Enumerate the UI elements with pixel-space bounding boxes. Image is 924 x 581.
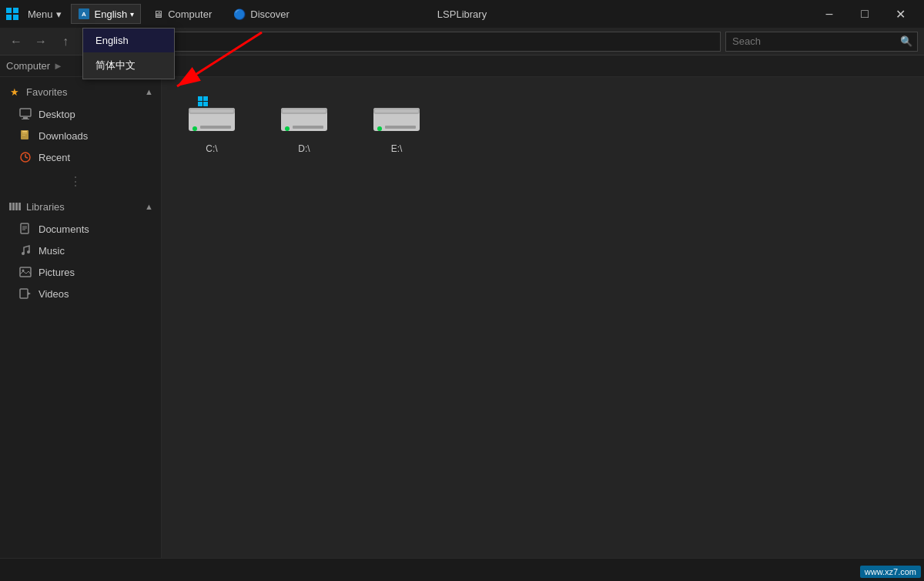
forward-button[interactable]: →	[31, 32, 51, 52]
svg-rect-10	[22, 119, 29, 119]
svg-rect-20	[15, 203, 18, 210]
computer-tab-icon: 🖥	[153, 8, 163, 20]
libraries-label: Libraries	[26, 201, 65, 213]
drive-c-icon	[181, 92, 243, 139]
main-layout: ★ Favorites ▲ Desktop	[0, 77, 924, 558]
tab-computer[interactable]: 🖥 Computer	[144, 5, 221, 23]
svg-rect-30	[20, 289, 28, 298]
svg-rect-51	[385, 126, 416, 129]
svg-rect-3	[13, 15, 18, 20]
recent-label: Recent	[38, 152, 70, 163]
svg-rect-8	[20, 109, 31, 116]
tab-discover[interactable]: 🔵 Discover	[224, 5, 299, 23]
favorites-header[interactable]: ★ Favorites ▲	[0, 80, 161, 103]
libraries-collapse-icon[interactable]: ▲	[145, 202, 153, 211]
svg-line-17	[25, 157, 28, 158]
title-bar-left: Menu ▾ A English ▾ 🖥 Computer 🔵 Discover	[6, 4, 812, 24]
lang-option-english[interactable]: English	[83, 29, 174, 52]
maximize-button[interactable]: □	[847, 0, 882, 28]
svg-text:A: A	[82, 11, 86, 18]
address-input[interactable]	[105, 32, 721, 52]
svg-point-27	[27, 250, 30, 254]
lang-option-chinese[interactable]: 简体中文	[83, 52, 174, 79]
documents-label: Documents	[38, 223, 89, 235]
sidebar-item-videos[interactable]: Videos	[0, 283, 161, 304]
close-button[interactable]: ✕	[882, 0, 918, 28]
discover-tab-label: Discover	[250, 8, 290, 20]
sidebar-item-pictures[interactable]: Pictures	[0, 261, 161, 283]
svg-rect-38	[198, 96, 203, 101]
sidebar-item-recent[interactable]: Recent	[0, 146, 161, 168]
svg-rect-19	[12, 203, 15, 210]
downloads-icon	[18, 129, 32, 143]
breadcrumb-computer[interactable]: Computer	[6, 60, 50, 72]
pictures-icon	[18, 265, 32, 279]
svg-rect-0	[6, 8, 12, 13]
recent-icon	[18, 150, 32, 164]
svg-marker-31	[28, 292, 31, 295]
svg-point-45	[285, 126, 290, 131]
sidebar-item-documents[interactable]: Documents	[0, 218, 161, 240]
svg-rect-1	[13, 8, 18, 13]
lang-label: English	[95, 8, 128, 20]
drive-c-label: C:\	[206, 143, 217, 154]
search-input[interactable]	[726, 35, 896, 47]
drive-c[interactable]: C:\	[169, 85, 254, 162]
sidebar-item-desktop[interactable]: Desktop	[0, 103, 161, 125]
content-area: C:\ D:\	[162, 77, 924, 558]
svg-rect-9	[23, 117, 28, 119]
search-button[interactable]: 🔍	[896, 32, 917, 52]
sidebar-more-menu: ⋮	[0, 168, 161, 195]
back-button[interactable]: ←	[6, 32, 26, 52]
svg-point-26	[22, 252, 25, 255]
lang-dropdown-arrow: ▾	[130, 10, 134, 18]
up-button[interactable]: ↑	[55, 32, 75, 52]
libraries-icon	[8, 200, 22, 213]
svg-rect-14	[22, 135, 25, 136]
minimize-button[interactable]: –	[812, 0, 847, 28]
drive-e-icon	[366, 92, 427, 139]
videos-icon	[18, 287, 32, 301]
svg-rect-36	[200, 126, 231, 129]
search-box: 🔍	[725, 32, 918, 52]
pictures-label: Pictures	[38, 267, 75, 278]
app-title: LSPLibrary	[437, 8, 487, 20]
title-bar: Menu ▾ A English ▾ 🖥 Computer 🔵 Discover…	[0, 0, 924, 28]
sidebar-item-downloads[interactable]: Downloads	[0, 125, 161, 146]
breadcrumb-separator: ►	[53, 60, 63, 72]
drive-d-label: D:\	[298, 143, 310, 154]
svg-rect-2	[6, 15, 12, 20]
favorites-star-icon: ★	[8, 85, 22, 99]
sidebar-item-music[interactable]: Music	[0, 240, 161, 261]
sidebar: ★ Favorites ▲ Desktop	[0, 77, 162, 558]
menu-button[interactable]: Menu ▾	[22, 5, 68, 23]
language-button[interactable]: A English ▾	[71, 4, 142, 24]
libraries-header[interactable]: Libraries ▲	[0, 195, 161, 218]
drive-e-label: E:\	[391, 143, 403, 154]
favorites-collapse-icon[interactable]: ▲	[145, 87, 153, 96]
svg-rect-34	[190, 109, 233, 113]
svg-rect-12	[22, 131, 27, 133]
drive-d[interactable]: D:\	[262, 85, 346, 162]
music-icon	[18, 243, 32, 257]
status-bar	[0, 558, 924, 581]
window-controls: – □ ✕	[812, 0, 918, 28]
svg-rect-13	[22, 133, 27, 134]
music-label: Music	[38, 245, 65, 257]
svg-rect-40	[198, 102, 203, 106]
desktop-label: Desktop	[38, 109, 75, 120]
documents-icon	[18, 222, 32, 236]
desktop-icon	[18, 107, 32, 121]
windows-icon[interactable]	[6, 8, 18, 20]
svg-rect-21	[18, 203, 21, 210]
language-dropdown: English 简体中文	[82, 28, 175, 79]
svg-point-35	[192, 126, 197, 131]
watermark: www.xz7.com	[860, 566, 921, 578]
drive-e[interactable]: E:\	[354, 85, 439, 162]
discover-tab-icon: 🔵	[233, 8, 246, 20]
downloads-label: Downloads	[38, 130, 88, 142]
svg-rect-39	[203, 96, 208, 101]
svg-point-50	[377, 126, 382, 131]
svg-rect-41	[203, 102, 208, 106]
svg-rect-49	[375, 109, 418, 113]
